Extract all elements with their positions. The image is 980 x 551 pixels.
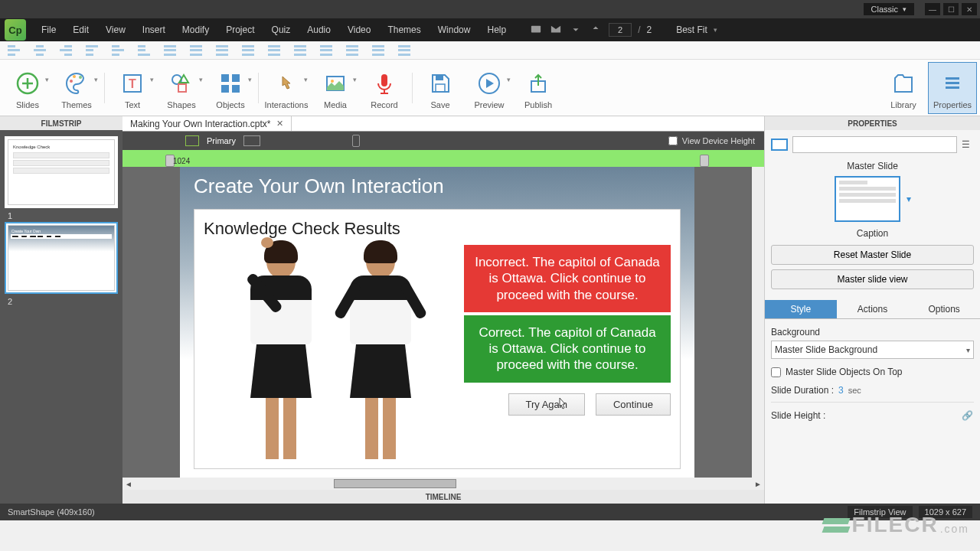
text-button[interactable]: T Text▾ [108,62,157,114]
slide-canvas[interactable]: Create Your Own Interaction Knowledge Ch… [180,167,694,478]
close-button[interactable]: ✕ [962,3,977,15]
menu-themes[interactable]: Themes [380,21,428,38]
objects-on-top-checkbox[interactable] [771,367,781,377]
menu-edit[interactable]: Edit [65,21,96,38]
align-top-icon[interactable] [86,45,98,56]
menu-video[interactable]: Video [340,21,378,38]
close-tab-icon[interactable]: ✕ [276,119,283,129]
master-slide-dropdown-icon[interactable]: ▾ [906,194,911,204]
upload-icon[interactable] [590,24,601,37]
slide-name-input[interactable] [792,136,957,153]
page-current-input[interactable] [609,23,632,37]
incorrect-message[interactable]: Incorrect. The capitol of Canada is Otta… [464,245,671,312]
menu-icon[interactable]: ☰ [962,139,974,150]
mail-icon[interactable] [550,24,561,37]
menu-help[interactable]: Help [479,21,514,38]
slide-duration-value[interactable]: 3 [838,385,844,396]
background-label: Background [771,327,974,337]
distribute-h-icon[interactable] [164,45,176,56]
style-tab[interactable]: Style [765,300,837,318]
correct-message[interactable]: Correct. The capitol of Canada is Ottawa… [464,315,671,383]
menu-modify[interactable]: Modify [175,21,217,38]
mobile-breakpoint-icon[interactable] [352,135,360,147]
svg-rect-21 [946,82,959,84]
center-vert-icon[interactable] [320,45,332,56]
center-horiz-icon[interactable] [294,45,306,56]
person-confident [335,245,426,459]
document-tab[interactable]: Making Your Own Interaction.cptx* ✕ [122,116,292,131]
properties-button[interactable]: Properties [928,62,977,114]
vertical-scrollbar[interactable] [752,167,764,478]
svg-rect-11 [221,85,229,93]
view-device-height-checkbox[interactable] [668,136,678,145]
record-button[interactable]: Record [360,62,409,114]
align-right-icon[interactable] [60,45,72,56]
align-bottom-icon[interactable] [138,45,150,56]
slide-title: Create Your Own Interaction [180,167,694,206]
continue-button[interactable]: Continue [596,393,671,416]
save-button[interactable]: Save [416,62,465,114]
master-slide-view-button[interactable]: Master slide view [771,269,974,289]
svg-rect-20 [946,77,959,80]
distribute-v-icon[interactable] [190,45,202,56]
try-again-button[interactable]: Try Again [508,393,585,416]
slide-thumbnail-2[interactable]: Create Your Own [5,222,118,294]
person-confused [235,245,327,459]
extra-2-icon[interactable] [372,45,384,56]
extra-1-icon[interactable] [346,45,358,56]
align-left-icon[interactable] [8,45,20,56]
workspace-switcher[interactable]: Classic [864,3,914,15]
objects-button[interactable]: Objects▾ [206,62,255,114]
caption-label: Caption [771,228,974,239]
slides-button[interactable]: Slides▾ [3,62,52,114]
ruler-value: 1024 [173,157,190,165]
zoom-selector[interactable]: Best Fit▾ [676,24,717,35]
horizontal-scrollbar[interactable]: ◄ ► [122,478,764,490]
menu-project[interactable]: Project [218,21,262,38]
extra-3-icon[interactable] [398,45,410,56]
desktop-breakpoint-icon[interactable] [185,135,199,146]
shapes-button[interactable]: Shapes▾ [157,62,206,114]
link-icon[interactable]: 🔗 [962,410,974,421]
app-logo: Cp [5,19,26,41]
dimensions-badge: 1029 x 627 [919,506,972,518]
align-middle-icon[interactable] [112,45,124,56]
master-slide-thumbnail[interactable] [835,176,900,222]
timeline-header[interactable]: Timeline [122,490,764,504]
align-center-h-icon[interactable] [34,45,46,56]
filmstrip-header: Filmstrip [0,116,122,130]
slide-thumbnail-1[interactable]: Knowledge Check [5,136,118,208]
slide-duration-unit: sec [848,386,861,395]
themes-button[interactable]: Themes▾ [52,62,101,114]
breakpoint-ruler[interactable]: 1024 [122,150,764,167]
actions-tab[interactable]: Actions [837,300,909,318]
menu-view[interactable]: View [98,21,133,38]
same-width-icon[interactable] [216,45,228,56]
library-button[interactable]: Library [879,62,928,114]
publish-button[interactable]: Publish [514,62,563,114]
options-tab[interactable]: Options [908,300,980,318]
download-icon[interactable] [570,24,581,37]
svg-text:T: T [129,77,136,90]
ruler-handle-right[interactable] [700,155,709,167]
minimize-button[interactable]: — [925,3,940,15]
tablet-breakpoint-icon[interactable] [243,135,260,146]
reset-master-slide-button[interactable]: Reset Master Slide [771,245,974,265]
menu-window[interactable]: Window [430,21,479,38]
menu-audio[interactable]: Audio [299,21,338,38]
menu-file[interactable]: File [34,21,64,38]
filmstrip-view-badge[interactable]: Filmstrip View [848,506,912,518]
interactions-button[interactable]: Interactions▾ [262,62,311,114]
menu-quiz[interactable]: Quiz [264,21,299,38]
assets-icon[interactable] [531,24,541,37]
same-size-icon[interactable] [268,45,280,56]
menu-insert[interactable]: Insert [135,21,173,38]
document-area: Making Your Own Interaction.cptx* ✕ Prim… [122,116,764,504]
maximize-button[interactable]: ☐ [943,3,959,15]
background-select[interactable]: Master Slide Background▾ [771,341,974,359]
preview-button[interactable]: Preview▾ [465,62,514,114]
media-button[interactable]: Media▾ [311,62,360,114]
svg-rect-16 [436,75,443,80]
objects-on-top-label: Master Slide Objects On Top [786,367,903,377]
same-height-icon[interactable] [242,45,254,56]
